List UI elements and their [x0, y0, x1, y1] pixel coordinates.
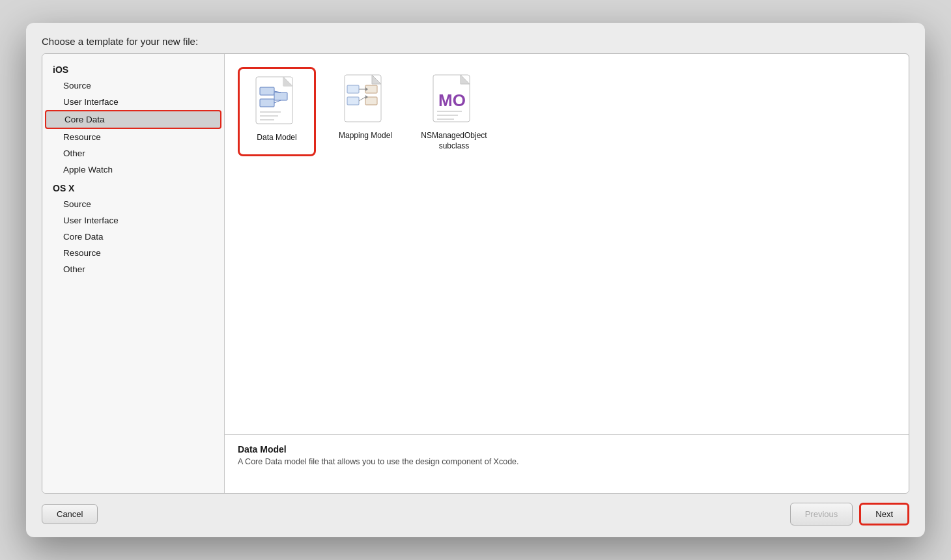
sidebar-item-ios-applewatch[interactable]: Apple Watch	[42, 161, 224, 178]
svg-rect-3	[274, 92, 287, 100]
svg-rect-13	[365, 97, 377, 105]
sidebar-item-ios-source[interactable]: Source	[42, 77, 224, 94]
sidebar-item-osx-other[interactable]: Other	[42, 261, 224, 277]
dialog-header: Choose a template for your new file:	[26, 23, 925, 53]
sidebar-item-osx-resource[interactable]: Resource	[42, 245, 224, 261]
dialog-footer: Cancel Previous Next	[26, 494, 925, 537]
next-button[interactable]: Next	[859, 503, 909, 525]
main-panel: iOS Source User Interface Core Data Reso…	[42, 53, 909, 494]
dialog-body: iOS Source User Interface Core Data Reso…	[26, 53, 925, 494]
template-item-mapping-model[interactable]: Mapping Model	[326, 67, 405, 156]
description-bar: Data Model A Core Data model file that a…	[225, 434, 909, 493]
template-label-data-model: Data Model	[257, 133, 296, 143]
svg-rect-2	[260, 99, 274, 107]
sidebar-section-osx: OS X	[42, 178, 224, 196]
sidebar-item-osx-ui[interactable]: User Interface	[42, 212, 224, 229]
sidebar-item-osx-coredata[interactable]: Core Data	[42, 229, 224, 245]
sidebar-item-osx-source[interactable]: Source	[42, 196, 224, 212]
footer-right-buttons: Previous Next	[790, 503, 909, 525]
description-text: A Core Data model file that allows you t…	[238, 457, 896, 466]
sidebar-section-ios: iOS	[42, 59, 224, 77]
sidebar: iOS Source User Interface Core Data Reso…	[42, 54, 225, 493]
template-item-data-model[interactable]: Data Model	[238, 67, 316, 156]
template-item-nsmanagedobject[interactable]: MO NSManagedObject subclass	[415, 67, 493, 156]
sidebar-item-ios-ui[interactable]: User Interface	[42, 94, 224, 110]
sidebar-item-ios-resource[interactable]: Resource	[42, 129, 224, 145]
dialog-title: Choose a template for your new file:	[42, 36, 198, 47]
description-title: Data Model	[238, 444, 896, 455]
svg-rect-11	[347, 97, 359, 105]
content-area: Data Model	[225, 54, 909, 493]
sidebar-item-ios-coredata[interactable]: Core Data	[45, 110, 221, 129]
svg-rect-10	[347, 85, 359, 93]
svg-rect-1	[260, 87, 274, 95]
nsmanagedobject-icon: MO	[431, 72, 477, 127]
template-label-mapping-model: Mapping Model	[339, 131, 392, 141]
data-model-icon	[253, 74, 300, 129]
previous-button[interactable]: Previous	[790, 503, 853, 525]
sidebar-item-ios-other[interactable]: Other	[42, 145, 224, 161]
mapping-model-icon	[342, 72, 389, 127]
cancel-button[interactable]: Cancel	[42, 504, 98, 524]
dialog: Choose a template for your new file: iOS…	[26, 23, 925, 537]
template-grid: Data Model	[225, 54, 909, 434]
svg-text:MO: MO	[438, 91, 466, 110]
template-label-nsmanagedobject: NSManagedObject subclass	[420, 131, 488, 151]
